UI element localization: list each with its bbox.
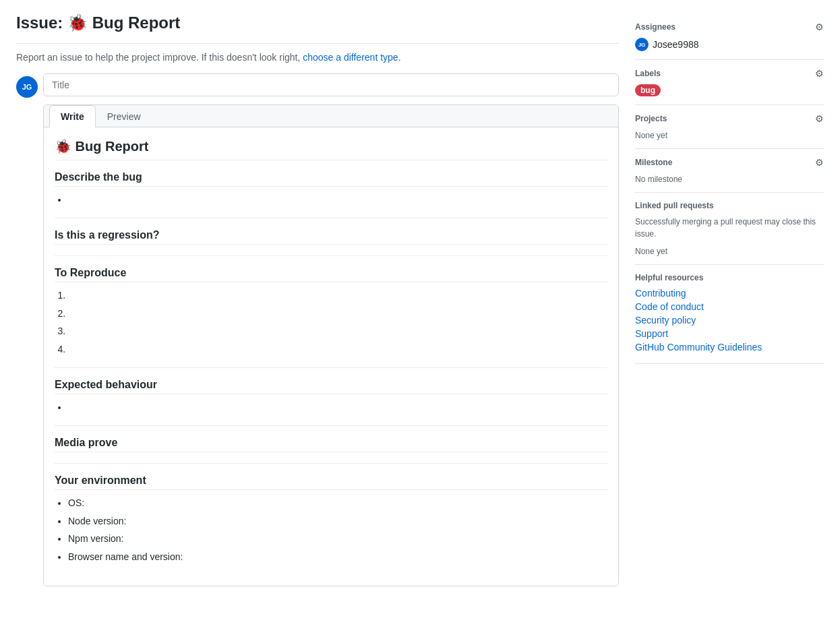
projects-gear-icon[interactable]: ⚙: [815, 113, 824, 124]
labels-section: Labels ⚙ bug: [635, 60, 824, 105]
tab-write[interactable]: Write: [49, 105, 96, 127]
env-os: OS:: [68, 495, 607, 510]
milestone-section: Milestone ⚙ No milestone: [635, 149, 824, 193]
section-regression-title: Is this a regression?: [55, 229, 607, 245]
reproduce-item-2: [68, 306, 607, 321]
linked-pr-description: Successfully merging a pull request may …: [635, 216, 824, 240]
projects-none: None yet: [635, 131, 667, 140]
bug-report-heading: 🐞 Bug Report: [55, 138, 607, 160]
page-title: Issue: 🐞 Bug Report: [16, 13, 619, 44]
projects-title: Projects: [635, 114, 667, 123]
reproduce-item-4: [68, 342, 607, 357]
assignees-gear-icon[interactable]: ⚙: [815, 22, 824, 32]
assignee-name: Josee9988: [653, 39, 699, 50]
helpful-link-security-policy[interactable]: Security policy: [635, 315, 824, 326]
env-npm: Npm version:: [68, 531, 607, 546]
section-environment-title: Your environment: [55, 474, 607, 490]
editor-body: 🐞 Bug Report Describe the bug Is this a …: [44, 127, 618, 586]
title-input[interactable]: [43, 73, 619, 96]
helpful-link-contributing[interactable]: Contributing: [635, 288, 824, 299]
tab-preview[interactable]: Preview: [96, 105, 152, 127]
reproduce-item-1: [68, 288, 607, 303]
assignee-avatar: JG: [635, 38, 649, 51]
helpful-link-code-of-conduct[interactable]: Code of conduct: [635, 301, 824, 312]
env-browser: Browser name and version:: [68, 549, 607, 564]
section-describe-title: Describe the bug: [55, 171, 607, 187]
sidebar: Assignees ⚙ JG Josee9988 Labels ⚙ bug Pr…: [635, 13, 824, 586]
env-node: Node version:: [68, 514, 607, 528]
labels-title: Labels: [635, 69, 661, 78]
user-avatar: JG: [16, 76, 38, 98]
editor-tabs: Write Preview: [44, 105, 618, 127]
projects-section: Projects ⚙ None yet: [635, 105, 824, 149]
helpful-resources-section: Helpful resources Contributing Code of c…: [635, 265, 824, 364]
helpful-link-support[interactable]: Support: [635, 328, 824, 339]
expected-bullet: [68, 400, 607, 415]
section-media-title: Media prove: [55, 437, 607, 452]
milestone-title: Milestone: [635, 158, 672, 167]
linked-pr-section: Linked pull requests Successfully mergin…: [635, 193, 824, 265]
linked-pr-none: None yet: [635, 247, 667, 256]
milestone-gear-icon[interactable]: ⚙: [815, 157, 824, 168]
linked-pr-title: Linked pull requests: [635, 201, 714, 210]
choose-type-link[interactable]: choose a different type.: [303, 52, 400, 63]
label-bug-badge: bug: [635, 84, 661, 96]
reproduce-item-3: [68, 324, 607, 338]
assignee-row: JG Josee9988: [635, 38, 824, 51]
labels-gear-icon[interactable]: ⚙: [815, 68, 824, 79]
milestone-none: No milestone: [635, 175, 682, 184]
section-expected-title: Expected behaviour: [55, 379, 607, 394]
section-reproduce-title: To Reproduce: [55, 267, 607, 282]
page-subtitle: Report an issue to help the project impr…: [16, 52, 619, 63]
describe-bullet: [68, 192, 607, 207]
assignees-title: Assignees: [635, 22, 676, 32]
helpful-link-community-guidelines[interactable]: GitHub Community Guidelines: [635, 342, 824, 353]
assignees-section: Assignees ⚙ JG Josee9988: [635, 13, 824, 60]
helpful-resources-title: Helpful resources: [635, 273, 703, 282]
